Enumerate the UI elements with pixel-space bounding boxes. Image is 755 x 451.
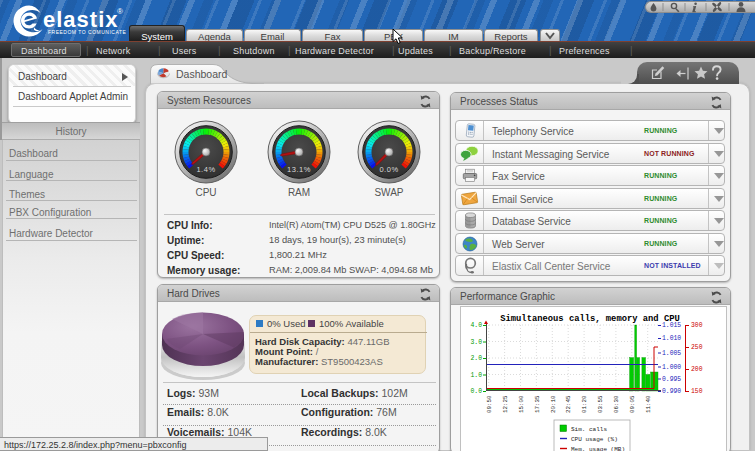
svg-text:FREEDOM TO COMUNICATE: FREEDOM TO COMUNICATE [48,29,126,35]
svg-text:06:30: 06:30 [613,395,620,413]
svg-text:03:55: 03:55 [597,395,604,413]
svg-text:®: ® [117,7,123,16]
svg-text:0.995: 0.995 [662,376,681,383]
svg-text:01:20: 01:20 [581,395,588,413]
svg-text:1.0: 1.0 [470,372,482,379]
svg-text:200: 200 [691,366,703,373]
svg-text:Sim. calls: Sim. calls [571,426,607,433]
svg-text:17:35: 17:35 [534,395,541,413]
svg-text:0.990: 0.990 [662,388,681,395]
svg-text:CPU usage (%): CPU usage (%) [571,436,618,443]
svg-text:Simultaneous calls, memory and: Simultaneous calls, memory and CPU [500,314,680,324]
svg-text:20:10: 20:10 [550,395,557,413]
svg-text:Mem. usage (MB): Mem. usage (MB) [571,446,625,451]
svg-text:250: 250 [691,344,703,351]
svg-text:0.0: 0.0 [470,388,482,395]
svg-text:1.010: 1.010 [662,335,681,342]
svg-text:09:05: 09:05 [629,395,636,413]
svg-text:0.0%: 0.0% [379,165,398,174]
svg-text:2.0: 2.0 [470,355,482,362]
svg-text:1.005: 1.005 [662,350,681,357]
svg-text:3.0: 3.0 [470,339,482,346]
svg-text:22:45: 22:45 [565,395,572,413]
svg-text:1.000: 1.000 [662,364,681,371]
svg-text:1.4%: 1.4% [196,165,215,174]
svg-text:09:50: 09:50 [486,395,493,413]
svg-text:12:25: 12:25 [502,395,509,413]
svg-text:4.0: 4.0 [470,322,482,329]
svg-text:150: 150 [691,388,703,395]
svg-text:11:40: 11:40 [645,395,652,413]
svg-text:15:00: 15:00 [518,395,525,413]
svg-text:13.1%: 13.1% [287,165,311,174]
svg-text:1.015: 1.015 [662,322,681,329]
svg-text:300: 300 [691,322,703,329]
